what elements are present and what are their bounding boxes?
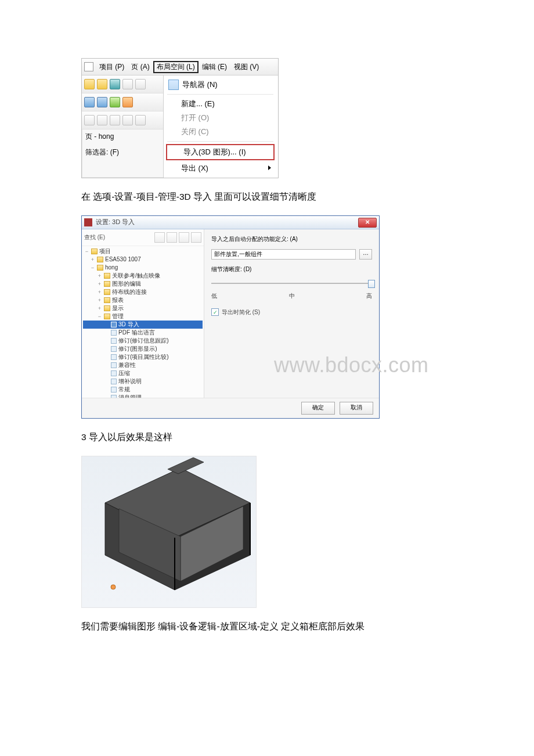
folder-icon bbox=[104, 314, 110, 319]
toolbar-icon[interactable] bbox=[110, 97, 120, 107]
spacer-icon bbox=[168, 164, 178, 173]
layout-space-dropdown: 导航器 (N) 新建... (E) 打开 (O) 关闭 (C) bbox=[164, 75, 278, 178]
paragraph-3: 我们需要编辑图形 编辑-设备逻辑-放置区域-定义 定义箱柜底部后效果 bbox=[81, 618, 453, 635]
dd-label: 导入(3D 图形)... (I) bbox=[183, 147, 246, 157]
search-btn[interactable] bbox=[179, 232, 189, 243]
page-icon bbox=[111, 346, 117, 352]
folder-icon bbox=[104, 281, 110, 287]
folder-icon bbox=[104, 273, 110, 279]
settings-nav: 查找 (E) −项目 +ESA530 1007 −hong +关联参考/触点映像… bbox=[82, 229, 204, 398]
folder-icon bbox=[104, 289, 110, 295]
dd-label: 导航器 (N) bbox=[182, 80, 218, 90]
toolbar-icon[interactable] bbox=[110, 115, 120, 125]
watermark-text: www.bdocx.com bbox=[274, 353, 429, 377]
toolbar-icon[interactable] bbox=[97, 97, 107, 107]
page-icon bbox=[111, 354, 117, 360]
dialog-footer: 确定 取消 bbox=[82, 398, 379, 418]
menu-view[interactable]: 视图 (V) bbox=[230, 61, 262, 73]
func-def-label: 导入之后自动分配的功能定义: (A) bbox=[211, 235, 298, 243]
detail-label: 细节清晰度: (D) bbox=[211, 265, 251, 273]
search-bar: 查找 (E) bbox=[82, 229, 204, 246]
toolbar-icon[interactable] bbox=[122, 115, 133, 125]
dd-navigator[interactable]: 导航器 (N) bbox=[165, 78, 276, 92]
toolbar-icon[interactable] bbox=[97, 79, 107, 89]
dd-label: 打开 (O) bbox=[181, 113, 209, 123]
page-icon bbox=[111, 395, 117, 398]
cabinet-3d-screenshot bbox=[81, 456, 257, 608]
settings-dialog-screenshot: 设置: 3D 导入 ✕ 查找 (E) −项目 +ESA530 1007 −hon… bbox=[81, 215, 380, 419]
dd-close: 关闭 (C) bbox=[165, 125, 276, 139]
app-icon bbox=[84, 218, 92, 226]
toolbar-icon[interactable] bbox=[122, 97, 133, 107]
search-btn[interactable] bbox=[154, 232, 165, 243]
simplify-label: 导出时简化 (S) bbox=[222, 308, 260, 316]
page-icon bbox=[111, 362, 117, 368]
folder-icon bbox=[104, 297, 110, 303]
toolbar-icon[interactable] bbox=[84, 97, 95, 107]
toolbar-icon[interactable] bbox=[135, 115, 146, 125]
toolbar-icon[interactable] bbox=[84, 115, 95, 125]
toolbar-icon[interactable] bbox=[84, 79, 95, 89]
slider-thumb[interactable] bbox=[368, 280, 375, 288]
func-def-field[interactable]: 部件放置,一般组件 bbox=[211, 249, 356, 260]
eplan-menu-screenshot: 项目 (P) 页 (A) 布局空间 (L) 编辑 (E) 视图 (V) bbox=[81, 58, 279, 178]
page-icon bbox=[111, 330, 117, 336]
search-btn[interactable] bbox=[191, 232, 201, 243]
ok-button[interactable]: 确定 bbox=[301, 402, 335, 415]
toolbar-icon[interactable] bbox=[122, 79, 133, 89]
toolbar-row-3 bbox=[82, 111, 163, 129]
dd-label: 新建... (E) bbox=[181, 99, 215, 109]
dd-label: 关闭 (C) bbox=[181, 127, 209, 137]
toolbar-row-1 bbox=[82, 75, 163, 93]
navigator-icon bbox=[168, 80, 179, 90]
slider-mid: 中 bbox=[289, 292, 295, 300]
menu-divider bbox=[167, 141, 273, 142]
toolbar-icon[interactable] bbox=[110, 79, 120, 89]
page-icon bbox=[111, 379, 117, 384]
toolbar-row-2 bbox=[82, 93, 163, 111]
toolbar-icon[interactable] bbox=[97, 115, 107, 125]
settings-content: 导入之后自动分配的功能定义: (A) 部件放置,一般组件 … 细节清晰度: (D… bbox=[204, 229, 379, 398]
cancel-button[interactable]: 取消 bbox=[340, 402, 373, 415]
menu-project[interactable]: 项目 (P) bbox=[96, 61, 128, 73]
svg-point-7 bbox=[111, 585, 116, 589]
dd-open: 打开 (O) bbox=[165, 111, 276, 125]
menu-layout-space[interactable]: 布局空间 (L) bbox=[153, 61, 199, 73]
dialog-titlebar: 设置: 3D 导入 ✕ bbox=[82, 216, 379, 229]
menu-page[interactable]: 页 (A) bbox=[128, 61, 153, 73]
slider-high: 高 bbox=[366, 292, 372, 300]
slider-low: 低 bbox=[211, 292, 217, 300]
folder-icon bbox=[97, 257, 103, 262]
page-icon bbox=[111, 322, 117, 327]
dd-new[interactable]: 新建... (E) bbox=[165, 97, 276, 111]
menu-edit[interactable]: 编辑 (E) bbox=[199, 61, 230, 73]
settings-tree[interactable]: −项目 +ESA530 1007 −hong +关联参考/触点映像 +图形的编辑… bbox=[82, 246, 204, 398]
dd-import-3d[interactable]: 导入(3D 图形)... (I) bbox=[166, 144, 275, 160]
dd-export[interactable]: 导出 (X) bbox=[165, 161, 276, 175]
detail-slider[interactable]: 低 中 高 bbox=[211, 279, 372, 300]
dd-label: 导出 (X) bbox=[181, 163, 208, 174]
checkbox-icon[interactable]: ✓ bbox=[211, 308, 219, 316]
spacer-icon bbox=[168, 113, 178, 123]
page-hong-label: 页 - hong bbox=[82, 129, 163, 145]
page-icon bbox=[111, 338, 117, 344]
spacer-icon bbox=[171, 147, 180, 157]
submenu-arrow-icon bbox=[268, 165, 271, 170]
spacer-icon bbox=[168, 127, 178, 136]
close-button[interactable]: ✕ bbox=[358, 218, 377, 228]
search-btn[interactable] bbox=[167, 232, 177, 243]
cabinet-svg bbox=[82, 456, 256, 607]
page-icon bbox=[111, 387, 117, 393]
folder-icon bbox=[104, 305, 110, 311]
simplify-checkbox-row[interactable]: ✓ 导出时简化 (S) bbox=[211, 308, 372, 316]
ellipsis-button[interactable]: … bbox=[359, 249, 372, 260]
filter-label: 筛选器: (F) bbox=[82, 145, 163, 161]
left-panel: 页 - hong 筛选器: (F) bbox=[82, 75, 164, 178]
tree-selected-3d-import[interactable]: 3D 导入 bbox=[83, 321, 203, 329]
menu-bar: 项目 (P) 页 (A) 布局空间 (L) 编辑 (E) 视图 (V) bbox=[82, 59, 278, 75]
dialog-title: 设置: 3D 导入 bbox=[96, 218, 135, 226]
folder-icon bbox=[97, 265, 103, 271]
paragraph-1: 在 选项-设置-项目-管理-3D 导入 里面可以设置细节清晰度 bbox=[81, 189, 453, 205]
search-label: 查找 (E) bbox=[84, 233, 105, 242]
toolbar-icon[interactable] bbox=[135, 79, 146, 89]
